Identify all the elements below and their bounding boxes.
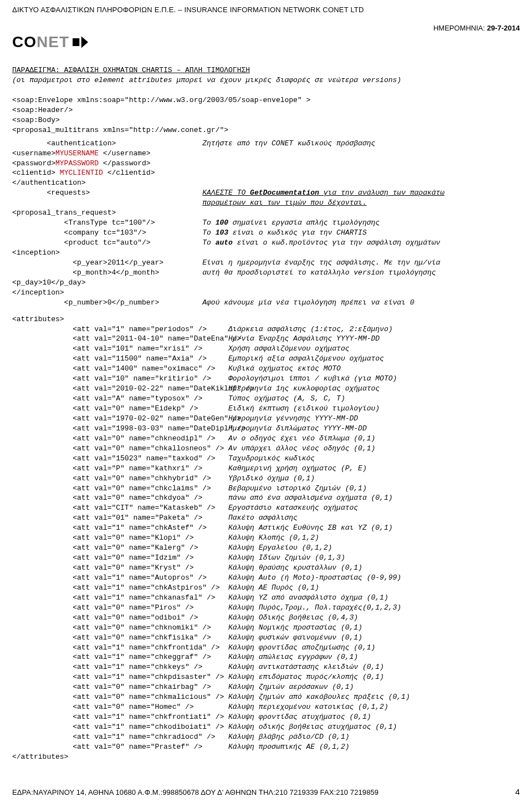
code-attr-line: <att val="1400" name="oximacc" />Κυβικά … (12, 364, 520, 374)
code-comment: Χρήση ασφαλιζόμενου οχήματος (228, 344, 520, 354)
code-left: <att val="10" name="kritirio" /> (12, 374, 228, 384)
code-left: <product tc="auto"/> (12, 238, 202, 248)
code-left: <att val="0" name="chkairbag" /> (12, 682, 228, 692)
code-left: <att val="P" name="kathxri" /> (12, 464, 228, 474)
code-comment: αυτή θα προσδιοριστεί το κατάλληλο versi… (202, 268, 520, 278)
code-attr-line: <att val="1" name="chkanasfal" />Κάλυψη … (12, 593, 520, 603)
logo: CONET (12, 33, 520, 51)
code-attr-line: <att val="1" name="chkradiocd" />Κάλυψη … (12, 732, 520, 742)
code-comment: Κάλυψη Εργαλείου (0,1,2) (228, 543, 520, 553)
code-line: <p_day>10</p_day> (12, 278, 520, 288)
code-comment: Κάλυψη περιεχομένου κατοικίας (0,1,2) (228, 702, 520, 712)
code-left: <att val="0" name="chkneodipl" /> (12, 434, 228, 444)
code-comment: Κάλυψη Νομικής προστασίας (0,1) (228, 623, 520, 633)
code-attr-line: <att val="10" name="kritirio" />Φορολογή… (12, 374, 520, 384)
code-left: <att val="0" name="chkhybrid" /> (12, 474, 228, 484)
code-left: <att val="1" name="periodos" /> (12, 324, 228, 334)
code-attr-line: <att val="0" name="Klopi" />Κάλυψη Κλοπή… (12, 533, 520, 543)
code-left: <p_number>0</p_number> (12, 298, 202, 308)
code-attr-line: <att val="0" name="chkairbag" />Κάλυψη ζ… (12, 682, 520, 692)
code-attr-line: <att val="2011-04-10" name="DateEna" />Η… (12, 334, 520, 344)
code-comment: Κάλυψη αντικατάστασης κλειδιών (0,1) (228, 662, 520, 672)
code-left: <requests> (12, 188, 202, 198)
code-comment: Κάλυψη Κλοπής (0,1,2) (228, 533, 520, 543)
code-comment: Καθημερινή χρήση οχήματος (P, E) (228, 464, 520, 474)
password-value: MYPASSWORD (55, 159, 103, 167)
code-left: <att val="1" name="chkpdisaster" /> (12, 672, 228, 682)
code-attr-line: <att val="0" name="chkhybrid" />Υβριδικό… (12, 474, 520, 484)
code-line: <proposal_trans_request> (12, 208, 520, 218)
code-left: <att val="0" name="odiboi" /> (12, 613, 228, 623)
code-comment: παραμέτρων και των τιμών που δέχονται. (202, 198, 520, 208)
code-comment: Αν υπάρχει άλλος νέος οδηγός (0,1) (228, 444, 520, 454)
code-left: <att val="1970-02-02" name="DateGen" /> (12, 414, 228, 424)
code-comment: Αν ο οδηγός έχει νέο δίπλωμα (0,1) (228, 434, 520, 444)
code-comment: Ζητήστε από την CONET κωδικούς πρόσβασης (202, 139, 520, 149)
code-comment: Ημερομηνία 1ης κυκλοφορίας οχήματος (228, 384, 520, 394)
logo-mark-icon (73, 35, 88, 49)
code-attr-line: <att val="1" name="chkodiboiati" />Κάλυψ… (12, 722, 520, 732)
svg-marker-1 (81, 37, 88, 48)
date-label: ΗΜΕΡΟΜΗΝΙΑ: (433, 24, 487, 32)
doc-subtitle: (οι παράμετροι στο element attributes μπ… (12, 75, 520, 85)
code-comment: Ημερομηνία διπλώματος YYYY-MM-DD (228, 424, 520, 434)
code-comment: Φορολογήσιμοι ίπποι / κυβικά (για ΜΟΤΟ) (228, 374, 520, 384)
code-comment: Κάλυψη βλάβης ράδιο/CD (0,1) (228, 732, 520, 742)
code-left: <att val="0" name="chkallosneos" /> (12, 444, 228, 454)
code-left: <att val="1" name="chkodiboiati" /> (12, 722, 228, 732)
code-comment: Κάλυψη ζημιών από κακόβουλες πράξεις (0,… (228, 692, 520, 702)
code-attr-line: <att val="0" name="chkclaims" />Βεβαρυμέ… (12, 484, 520, 494)
code-left: <att val="2010-02-22" name="DateKiklof" … (12, 384, 228, 394)
code-comment: Ημερομηνία γέννησης YYYY-MM-DD (228, 414, 520, 424)
code-left: <att val="1" name="Autopros" /> (12, 573, 228, 583)
code-left: <att val="1" name="chkanasfal" /> (12, 593, 228, 603)
code-line: <p_number>0</p_number> Αφού κάνουμε μία … (12, 298, 520, 308)
code-left: <att val="2011-04-10" name="DateEna" /> (12, 334, 228, 344)
code-attr-line: <att val="1" name="chkeggraf" />Κάλυψη α… (12, 652, 520, 662)
code-line: <clientid> MYCLIENTID </clientid> (12, 168, 520, 178)
code-left: <p_year>2011</p_year> (12, 258, 202, 268)
code-attr-line: <att val="101" name="xrisi" />Χρήση ασφα… (12, 344, 520, 354)
code-comment: Κάλυψη Auto (ή Μoto)-προστασίας (0-9,99) (228, 573, 520, 583)
code-comment: Ταχυδρομικός κωδικός (228, 454, 520, 464)
code-attr-line: <att val="1" name="Autopros" />Κάλυψη Au… (12, 573, 520, 583)
code-attr-line: <att val="0" name="odiboi" />Κάλυψη Οδικ… (12, 613, 520, 623)
code-attr-line: <att val="CIT" name="Kataskeb" />Εργοστά… (12, 503, 520, 513)
code-left: <att val="0" name="chknomiki" /> (12, 623, 228, 633)
code-comment: Κάλυψη θραύσης κρυστάλλων (0,1) (228, 563, 520, 573)
code-attr-line: <att val="1" name="chkfrontiati" />Κάλυψ… (12, 712, 520, 722)
code-line: <p_month>4</p_month> αυτή θα προσδιοριστ… (12, 268, 520, 278)
code-left: <company tc="103"/> (12, 228, 202, 238)
code-left: <att val="0" name="Kalerg" /> (12, 543, 228, 553)
code-left: <att val="0" name="Prastef" /> (12, 742, 228, 752)
code-left: <att val="A" name="typosox" /> (12, 394, 228, 404)
code-comment: Πακέτο ασφάλισης (228, 513, 520, 523)
code-comment: Κάλυψη Αστικής Ευθύνης ΣΒ και ΥΖ (0,1) (228, 523, 520, 533)
code-attr-line: <att val="P" name="kathxri" />Καθημερινή… (12, 464, 520, 474)
code-left: <att val="101" name="xrisi" /> (12, 344, 228, 354)
doc-title: ΠΑΡΑΔΕΙΓΜΑ: ΑΣΦΑΛΙΣΗ ΟΧΗΜΑΤΩΝ CHARTIS – … (12, 65, 520, 75)
code-line: <username>MYUSERNAME </username> (12, 149, 520, 159)
code-line: <attributes> (12, 314, 520, 324)
code-line: <soap:Envelope xmlns:soap="http://www.w3… (12, 95, 520, 105)
code-left: <authentication> (12, 139, 202, 149)
code-line: παραμέτρων και των τιμών που δέχονται. (12, 198, 520, 208)
code-comment: Υβριδικό όχημα (0,1) (228, 474, 520, 484)
code-comment: Κάλυψη ζημιών αερόσακων (0,1) (228, 682, 520, 692)
code-comment: Διάρκεια ασφάλισης (1:έτος, 2:εξάμηνο) (228, 324, 520, 334)
code-attr-line: <att val="1" name="chkkeys" />Κάλυψη αντ… (12, 662, 520, 672)
code-left: <TransType tc="100"/> (12, 218, 202, 228)
code-attr-line: <att val="A" name="typosox" />Τύπος οχήμ… (12, 394, 520, 404)
code-comment: Κάλυψη φροντίδας ατυχήματος (0,1) (228, 712, 520, 722)
code-attr-line: <att val="1" name="periodos" />Διάρκεια … (12, 324, 520, 334)
code-line: <proposal_multitrans xmlns="http://www.c… (12, 125, 520, 135)
code-left: <att val="15023" name="taxkod" /> (12, 454, 228, 464)
code-left: <att val="11500" name="Axia" /> (12, 354, 228, 364)
code-comment: Αφού κάνουμε μία νέα τιμολόγηση πρέπει ν… (202, 298, 520, 308)
logo-text-black: CO (12, 33, 37, 50)
code-attr-line: <att val="0" name="chkmalicious" />Κάλυψ… (12, 692, 520, 702)
code-left: <att val="0" name="chkclaims" /> (12, 484, 228, 494)
code-left: <att val="1400" name="oximacc" /> (12, 364, 228, 374)
code-attr-line: <att val="1" name="chkAstpiros" />Κάλυψη… (12, 583, 520, 593)
code-left: <att val="CIT" name="Kataskeb" /> (12, 503, 228, 513)
